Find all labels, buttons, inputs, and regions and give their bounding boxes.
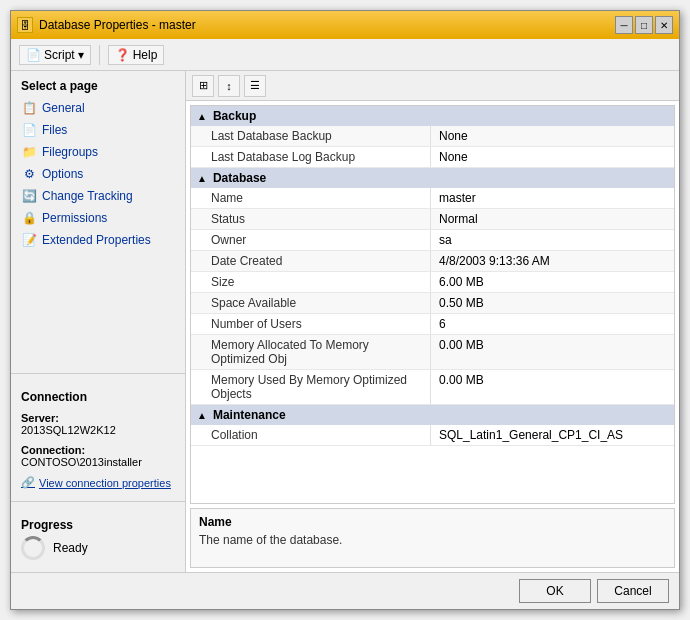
cancel-button[interactable]: Cancel [597,579,669,603]
prop-value: Normal [431,209,674,229]
title-bar-controls: ─ □ ✕ [615,16,673,34]
prop-value: 6 [431,314,674,334]
prop-name: Last Database Log Backup [191,147,431,167]
maintenance-collapse-arrow: ▲ [197,410,207,421]
window-title: Database Properties - master [39,18,196,32]
backup-section-label: Backup [213,109,256,123]
prop-name: Name [191,188,431,208]
title-bar-left: 🗄 Database Properties - master [17,17,196,33]
sidebar-header: Select a page [11,71,185,97]
sidebar-item-change-tracking[interactable]: 🔄 Change Tracking [11,185,185,207]
prop-name: Status [191,209,431,229]
prop-name: Space Available [191,293,431,313]
close-button[interactable]: ✕ [655,16,673,34]
progress-status: Ready [53,541,88,555]
table-row: Memory Used By Memory Optimized Objects … [191,370,674,405]
connection-section-header: Connection [11,382,185,408]
prop-name: Number of Users [191,314,431,334]
view-icon-btn[interactable]: ⊞ [192,75,214,97]
table-row: Memory Allocated To Memory Optimized Obj… [191,335,674,370]
sidebar-divider-1 [11,373,185,374]
progress-label: Progress [21,518,175,532]
view-connection-properties-link[interactable]: 🔗 View connection properties [11,472,185,493]
table-row: Last Database Log Backup None [191,147,674,168]
script-icon: 📄 [26,48,41,62]
sidebar-item-label: Change Tracking [42,189,133,203]
maximize-button[interactable]: □ [635,16,653,34]
table-row: Status Normal [191,209,674,230]
files-icon: 📄 [21,122,37,138]
table-row: Number of Users 6 [191,314,674,335]
prop-value: 0.50 MB [431,293,674,313]
prop-value: 0.00 MB [431,335,674,369]
list-icon-btn[interactable]: ☰ [244,75,266,97]
prop-value: sa [431,230,674,250]
content-area: Select a page 📋 General 📄 Files 📁 Filegr… [11,71,679,572]
table-row: Date Created 4/8/2003 9:13:36 AM [191,251,674,272]
sidebar-item-label: Filegroups [42,145,98,159]
database-section-header[interactable]: ▲ Database [191,168,674,188]
filegroups-icon: 📁 [21,144,37,160]
minimize-button[interactable]: ─ [615,16,633,34]
connection-label: Connection: [21,444,85,456]
main-panel: ⊞ ↕ ☰ ▲ Backup Last Database Backup None… [186,71,679,572]
sidebar: Select a page 📋 General 📄 Files 📁 Filegr… [11,71,186,572]
table-row: Last Database Backup None [191,126,674,147]
help-button[interactable]: ❓ Help [108,45,165,65]
database-section-label: Database [213,171,266,185]
description-text: The name of the database. [199,533,666,547]
footer: OK Cancel [11,572,679,609]
database-collapse-arrow: ▲ [197,173,207,184]
table-row: Size 6.00 MB [191,272,674,293]
title-bar: 🗄 Database Properties - master ─ □ ✕ [11,11,679,39]
prop-name: Owner [191,230,431,250]
toolbar-separator [99,45,100,65]
table-row: Collation SQL_Latin1_General_CP1_CI_AS [191,425,674,446]
extended-props-icon: 📝 [21,232,37,248]
table-row: Owner sa [191,230,674,251]
maintenance-section-label: Maintenance [213,408,286,422]
prop-name: Last Database Backup [191,126,431,146]
link-icon: 🔗 [21,476,35,489]
prop-name: Memory Used By Memory Optimized Objects [191,370,431,404]
options-icon: ⚙ [21,166,37,182]
prop-name: Size [191,272,431,292]
sidebar-item-label: Options [42,167,83,181]
server-label-row: Server: 2013SQL12W2K12 [11,408,185,440]
script-button[interactable]: 📄 Script ▾ [19,45,91,65]
link-text: View connection properties [39,477,171,489]
progress-section: Progress Ready [11,510,185,572]
ok-button[interactable]: OK [519,579,591,603]
help-label: Help [133,48,158,62]
script-dropdown-arrow: ▾ [78,48,84,62]
window-icon: 🗄 [17,17,33,33]
main-toolbar: 📄 Script ▾ ❓ Help [11,39,679,71]
sort-icon-btn[interactable]: ↕ [218,75,240,97]
backup-section-header[interactable]: ▲ Backup [191,106,674,126]
sidebar-item-extended-properties[interactable]: 📝 Extended Properties [11,229,185,251]
prop-value: master [431,188,674,208]
help-icon: ❓ [115,48,130,62]
prop-value: None [431,126,674,146]
sidebar-item-label: General [42,101,85,115]
sidebar-item-general[interactable]: 📋 General [11,97,185,119]
sidebar-item-files[interactable]: 📄 Files [11,119,185,141]
description-title: Name [199,515,666,529]
progress-spinner: Ready [21,532,175,564]
prop-value: SQL_Latin1_General_CP1_CI_AS [431,425,674,445]
sidebar-item-filegroups[interactable]: 📁 Filegroups [11,141,185,163]
server-label: Server: [21,412,59,424]
properties-table: ▲ Backup Last Database Backup None Last … [190,105,675,504]
sidebar-item-label: Extended Properties [42,233,151,247]
prop-value: None [431,147,674,167]
script-label: Script [44,48,75,62]
prop-name: Date Created [191,251,431,271]
description-box: Name The name of the database. [190,508,675,568]
backup-collapse-arrow: ▲ [197,111,207,122]
general-icon: 📋 [21,100,37,116]
maintenance-section-header[interactable]: ▲ Maintenance [191,405,674,425]
sidebar-item-permissions[interactable]: 🔒 Permissions [11,207,185,229]
sidebar-item-options[interactable]: ⚙ Options [11,163,185,185]
prop-value: 0.00 MB [431,370,674,404]
sidebar-item-label: Permissions [42,211,107,225]
